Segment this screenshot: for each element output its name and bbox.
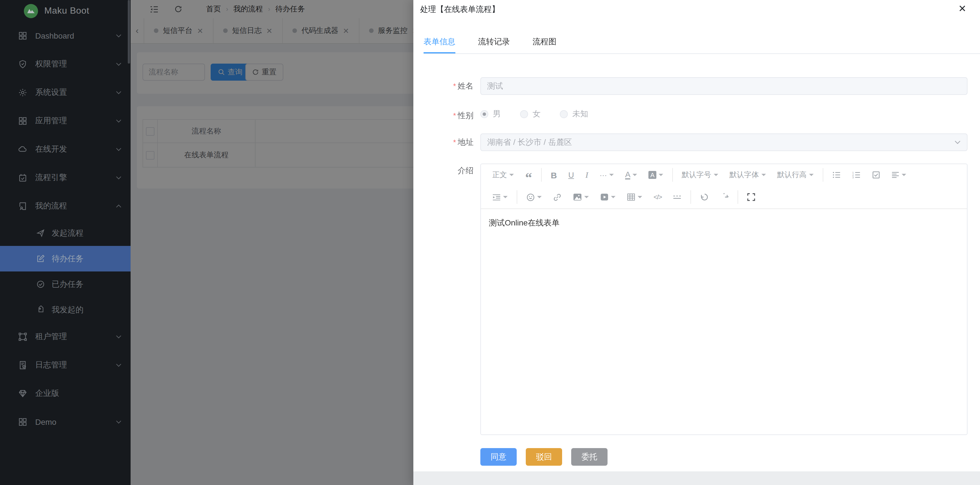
line-height-dropdown[interactable]: 默认行高: [772, 170, 819, 180]
editor-content[interactable]: 测试Online在线表单: [481, 209, 967, 434]
blockquote-icon[interactable]: “: [520, 169, 538, 181]
editor-toolbar-row-2: </>: [481, 186, 967, 209]
caret-down-icon: [503, 196, 508, 198]
address-field-label: *地址: [414, 137, 474, 148]
rich-text-editor: 正文 “ B U I ··· A A 默认字号 默认字体 默认行高 123: [480, 164, 967, 435]
close-icon[interactable]: ✕: [958, 4, 967, 14]
address-cascader[interactable]: 湖南省 / 长沙市 / 岳麓区: [480, 134, 967, 151]
bullet-list-icon[interactable]: [826, 171, 846, 179]
font-color-dropdown[interactable]: A: [619, 170, 643, 180]
approve-button[interactable]: 同意: [480, 448, 517, 466]
app-logo[interactable]: Maku Boot: [0, 0, 130, 22]
more-styles-dropdown[interactable]: ···: [594, 171, 619, 179]
chevron-down-icon: [116, 119, 121, 122]
editor-toolbar-row-1: 正文 “ B U I ··· A A 默认字号 默认字体 默认行高 123: [481, 164, 967, 186]
caret-down-icon: [609, 174, 614, 176]
todo-list-icon[interactable]: [866, 171, 886, 179]
italic-icon[interactable]: I: [580, 170, 594, 180]
sidebar-item-app-management[interactable]: 应用管理: [0, 107, 130, 135]
sidebar-item-start-process[interactable]: 发起流程: [0, 220, 130, 246]
drawer-actions: 同意 驳回 委托: [480, 448, 608, 466]
gender-radio-group: 男 女 未知: [480, 107, 588, 121]
sidebar-item-demo[interactable]: Demo: [0, 408, 130, 436]
code-block-icon[interactable]: </>: [648, 193, 667, 201]
reject-button[interactable]: 驳回: [526, 448, 562, 466]
redo-icon[interactable]: [714, 193, 735, 201]
sidebar-item-system-settings[interactable]: 系统设置: [0, 78, 130, 107]
sidebar-item-dashboard[interactable]: Dashboard: [0, 22, 130, 50]
toolbar-divider: [541, 168, 542, 182]
caret-down-icon: [537, 196, 542, 198]
undo-icon[interactable]: [695, 193, 714, 201]
sidebar-scrollbar[interactable]: [128, 0, 130, 64]
font-family-dropdown[interactable]: 默认字体: [724, 170, 772, 180]
chevron-down-icon: [116, 335, 121, 339]
logo-mountain-icon: [24, 4, 38, 18]
paragraph-style-dropdown[interactable]: 正文: [487, 170, 520, 180]
tab-flow-records[interactable]: 流转记录: [478, 31, 510, 53]
radio-unknown[interactable]: 未知: [560, 109, 588, 119]
video-dropdown[interactable]: [595, 193, 621, 201]
sidebar-item-todo-tasks[interactable]: 待办任务: [0, 246, 130, 272]
link-icon[interactable]: [547, 193, 567, 201]
drawer-bottom-scrollbar[interactable]: [414, 471, 980, 485]
required-asterisk: *: [453, 138, 456, 146]
ordered-list-icon[interactable]: 123: [846, 171, 866, 179]
sidebar-item-log-management[interactable]: 日志管理: [0, 351, 130, 379]
document-user-icon: [18, 202, 27, 211]
caret-down-icon: [901, 174, 906, 176]
gender-field-label: *性别: [414, 111, 474, 121]
document-check-icon: [18, 361, 27, 370]
grid-icon: [18, 417, 27, 426]
toolbar-divider: [517, 190, 517, 204]
radio-male[interactable]: 男: [480, 109, 501, 119]
indent-dropdown[interactable]: [487, 193, 513, 201]
radio-female[interactable]: 女: [520, 109, 541, 119]
app-window: Maku Boot Dashboard 权限管理 系统设置 应用管理: [0, 0, 980, 485]
caret-down-icon: [809, 174, 813, 176]
sidebar-menu: Dashboard 权限管理 系统设置 应用管理 在线开发: [0, 22, 130, 436]
tab-flow-diagram[interactable]: 流程图: [533, 31, 557, 53]
sidebar-item-my-workflow[interactable]: 我的流程: [0, 192, 130, 220]
sidebar-item-workflow-engine[interactable]: 流程引擎: [0, 164, 130, 192]
sidebar-item-online-dev[interactable]: 在线开发: [0, 135, 130, 164]
name-input[interactable]: 测试: [480, 77, 967, 95]
highlight-color-dropdown[interactable]: A: [643, 171, 669, 179]
sidebar: Maku Boot Dashboard 权限管理 系统设置 应用管理: [0, 0, 130, 485]
sidebar-item-initiated-by-me[interactable]: 我发起的: [0, 297, 130, 323]
tab-form-info[interactable]: 表单信息: [423, 31, 455, 53]
sidebar-item-done-tasks[interactable]: 已办任务: [0, 272, 130, 297]
delegate-button[interactable]: 委托: [571, 448, 608, 466]
toolbar-divider: [672, 168, 673, 182]
process-drawer: 处理【在线表单流程】 ✕ 表单信息 流转记录 流程图 *姓名 测试 *性别 男 …: [414, 0, 980, 485]
toolbar-divider: [691, 190, 691, 204]
align-dropdown[interactable]: [886, 172, 912, 178]
chevron-down-icon: [116, 34, 121, 38]
sidebar-item-enterprise[interactable]: 企业版: [0, 379, 130, 408]
caret-down-icon: [761, 174, 766, 176]
caret-down-icon: [633, 174, 637, 176]
check-circle-icon: [37, 280, 45, 288]
bold-icon[interactable]: B: [545, 170, 563, 180]
fullscreen-icon[interactable]: [742, 193, 761, 201]
name-field-label: *姓名: [414, 81, 474, 91]
grid-icon: [18, 31, 27, 40]
sidebar-item-tenant-management[interactable]: 租户管理: [0, 323, 130, 351]
drawer-tabs: 表单信息 流转记录 流程图: [423, 31, 980, 54]
horizontal-rule-icon[interactable]: [667, 194, 687, 200]
image-dropdown[interactable]: [567, 193, 595, 201]
table-dropdown[interactable]: [621, 193, 648, 201]
tag-icon: [37, 305, 45, 314]
frame-icon: [18, 332, 27, 341]
shield-check-icon: [18, 60, 27, 69]
font-size-dropdown[interactable]: 默认字号: [676, 170, 724, 180]
underline-icon[interactable]: U: [563, 170, 580, 180]
edit-icon: [37, 254, 45, 263]
toolbar-divider: [822, 168, 823, 182]
drawer-title: 处理【在线表单流程】: [420, 5, 500, 15]
toolbar-divider: [738, 190, 738, 204]
gear-icon: [18, 88, 27, 97]
emoji-dropdown[interactable]: [521, 193, 547, 201]
sidebar-item-permissions[interactable]: 权限管理: [0, 50, 130, 78]
radio-selected-icon: [480, 110, 488, 118]
